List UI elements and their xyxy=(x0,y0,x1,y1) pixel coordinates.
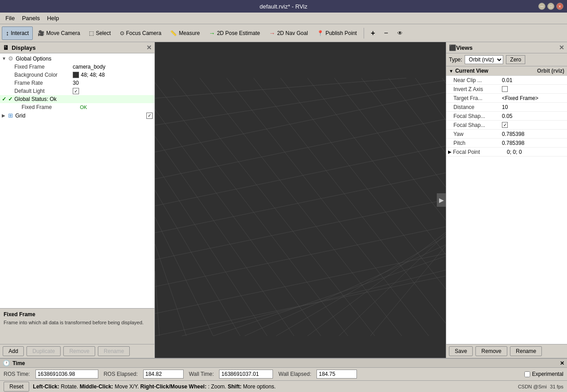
remove-view-btn[interactable]: Remove xyxy=(475,346,507,356)
experimental-checkbox[interactable] xyxy=(524,371,530,377)
displays-panel-header: 🖥 Displays ✕ xyxy=(0,42,154,53)
fixed-frame-value: camera_body xyxy=(73,64,105,70)
time-row: ROS Time: ROS Elapsed: Wall Time: Wall E… xyxy=(0,368,567,380)
grid-row[interactable]: ▶ ⊞ Grid ✓ xyxy=(0,111,154,120)
near-clip-row[interactable]: Near Clip ... 0.01 xyxy=(446,76,567,85)
move-camera-tool[interactable]: 🎥 Move Camera xyxy=(34,26,84,40)
zero-btn[interactable]: Zero xyxy=(506,55,525,64)
yaw-row[interactable]: Yaw 0.785398 xyxy=(446,130,567,139)
toolbar-minus-btn[interactable]: − xyxy=(380,26,392,40)
focal-point-expand[interactable]: ▶ xyxy=(448,149,452,154)
bg-color-row[interactable]: Background Color 48; 48; 48 xyxy=(0,71,154,79)
bottom-bar: 🕐 Time ✕ ROS Time: ROS Elapsed: Wall Tim… xyxy=(0,358,567,380)
maximize-btn[interactable]: □ xyxy=(547,3,554,10)
wall-time-input[interactable] xyxy=(219,370,273,379)
ros-elapsed-input[interactable] xyxy=(143,370,184,379)
fixed-frame-status-row[interactable]: Fixed Frame OK xyxy=(0,103,154,111)
toolbar-eye-btn[interactable]: 👁 xyxy=(393,26,407,40)
views-icon: ⬛ xyxy=(449,44,456,51)
default-light-value: ✓ xyxy=(73,88,79,94)
add-display-btn[interactable]: Add xyxy=(3,346,24,356)
interact-tool[interactable]: ↕ Interact xyxy=(2,26,33,40)
publish-point-tool[interactable]: 📍 Publish Point xyxy=(313,26,361,40)
experimental-label: Experimental xyxy=(532,371,563,377)
focal-shape2-value: ✓ xyxy=(502,122,508,128)
global-status-row[interactable]: ✓ ✓ Global Status: Ok xyxy=(0,95,154,103)
expand-icon[interactable]: ▼ xyxy=(449,69,453,74)
target-frame-row[interactable]: Target Fra... <Fixed Frame> xyxy=(446,94,567,103)
menu-file[interactable]: File xyxy=(2,14,18,22)
grid-expand[interactable]: ▶ xyxy=(2,113,7,118)
pose-estimate-tool[interactable]: → 2D Pose Estimate xyxy=(205,26,264,40)
menu-panels[interactable]: Panels xyxy=(18,14,44,22)
focal-point-value: 0; 0; 0 xyxy=(507,149,522,155)
displays-close-btn[interactable]: ✕ xyxy=(146,44,152,51)
displays-panel: 🖥 Displays ✕ ▼ ⚙ Global Options Fixed Fr… xyxy=(0,42,155,358)
focal-shape1-row[interactable]: Focal Shap... 0.05 xyxy=(446,112,567,121)
navgoal-icon: → xyxy=(269,30,275,37)
duplicate-display-btn[interactable]: Duplicate xyxy=(26,346,61,356)
distance-value: 10 xyxy=(502,104,508,110)
focal-shape2-checkbox[interactable]: ✓ xyxy=(502,122,508,128)
default-light-checkbox[interactable]: ✓ xyxy=(73,88,79,94)
viewport-arrow-right[interactable]: ▶ xyxy=(437,193,446,207)
focal-shape2-row[interactable]: Focal Shap... ✓ xyxy=(446,121,567,130)
invert-z-value xyxy=(502,86,508,92)
pitch-value: 0.785398 xyxy=(502,140,524,146)
viewport[interactable] xyxy=(155,42,446,358)
measure-icon: 📏 xyxy=(170,30,177,36)
global-status-label: Global Status: Ok xyxy=(14,96,153,102)
left-click-label: Left-Click: xyxy=(33,383,59,390)
views-buttons: Save Remove Rename xyxy=(446,344,567,358)
center-view: ◀ xyxy=(155,42,446,358)
rename-view-btn[interactable]: Rename xyxy=(510,346,542,356)
eye-icon: 👁 xyxy=(397,30,403,36)
experimental-row: Experimental xyxy=(524,371,563,377)
fps-text: 31 fps xyxy=(550,384,563,389)
middle-click-label: Middle-Click: xyxy=(79,383,113,390)
fixed-frame-row[interactable]: Fixed Frame camera_body xyxy=(0,63,154,71)
pitch-row[interactable]: Pitch 0.785398 xyxy=(446,139,567,148)
yaw-value: 0.785398 xyxy=(502,131,524,137)
wall-elapsed-input[interactable] xyxy=(316,370,357,379)
clock-icon: 🕐 xyxy=(3,360,10,366)
menu-help[interactable]: Help xyxy=(44,14,63,22)
ros-time-input[interactable] xyxy=(35,370,98,379)
focus-camera-tool[interactable]: ⊙ Focus Camera xyxy=(116,26,166,40)
close-btn[interactable]: × xyxy=(556,3,563,10)
distance-row[interactable]: Distance 10 xyxy=(446,103,567,112)
time-close-btn[interactable]: ✕ xyxy=(560,360,564,366)
global-status-inner-checkmark: ✓ xyxy=(8,96,13,102)
measure-tool[interactable]: 📏 Measure xyxy=(166,26,204,40)
title-bar: default.rviz* - RViz ─ □ × xyxy=(0,0,567,13)
pose-icon: → xyxy=(209,30,215,37)
nav-goal-tool[interactable]: → 2D Nav Goal xyxy=(265,26,312,40)
publish-icon: 📍 xyxy=(317,30,324,36)
views-close-btn[interactable]: ✕ xyxy=(559,44,564,51)
global-options-expand[interactable]: ▼ xyxy=(2,56,7,61)
move-camera-label: Move Camera xyxy=(46,30,80,36)
invert-z-row[interactable]: Invert Z Axis xyxy=(446,85,567,94)
default-light-row[interactable]: Default Light ✓ xyxy=(0,87,154,95)
grid-checkbox[interactable]: ✓ xyxy=(146,113,153,119)
window-title: default.rviz* - RViz xyxy=(259,3,307,10)
measure-label: Measure xyxy=(179,30,200,36)
invert-z-checkbox[interactable] xyxy=(502,86,508,92)
select-tool[interactable]: ⬚ Select xyxy=(85,26,114,40)
global-options-row[interactable]: ▼ ⚙ Global Options xyxy=(0,54,154,63)
focal-point-row[interactable]: ▶ Focal Point 0; 0; 0 xyxy=(446,148,567,157)
interact-icon: ↕ xyxy=(6,30,9,37)
toolbar-plus-btn[interactable]: + xyxy=(367,26,379,40)
type-select[interactable]: Orbit (rviz) xyxy=(465,55,503,64)
remove-display-btn[interactable]: Remove xyxy=(63,346,95,356)
select-label: Select xyxy=(96,30,110,36)
save-view-btn[interactable]: Save xyxy=(449,346,473,356)
ros-time-label: ROS Time: xyxy=(4,371,30,377)
status-help: Left-Click: Rotate. Middle-Click: Move X… xyxy=(33,383,276,390)
rename-display-btn[interactable]: Rename xyxy=(98,346,130,356)
nav-goal-label: 2D Nav Goal xyxy=(277,30,308,36)
minimize-btn[interactable]: ─ xyxy=(538,3,545,10)
frame-rate-row[interactable]: Frame Rate 30 xyxy=(0,79,154,87)
reset-btn[interactable]: Reset xyxy=(4,382,29,392)
pose-estimate-label: 2D Pose Estimate xyxy=(217,30,260,36)
